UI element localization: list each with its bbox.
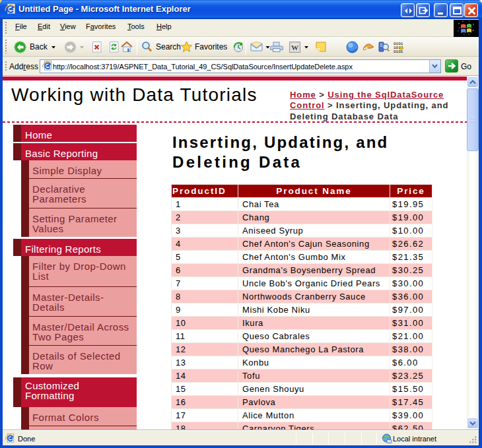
svg-text:W: W xyxy=(291,43,298,51)
